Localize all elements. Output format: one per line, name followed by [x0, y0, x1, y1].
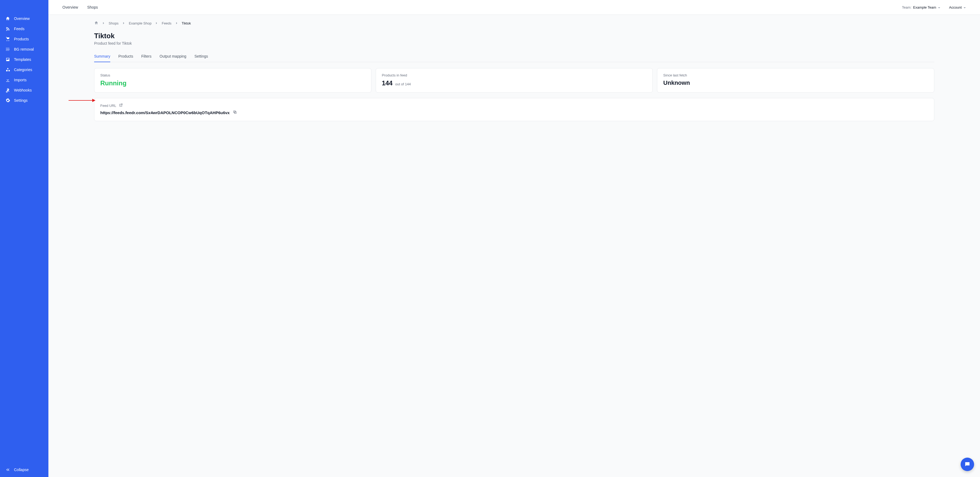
breadcrumb-shops[interactable]: Shops [109, 21, 119, 25]
topbar: Overview Shops Team: Example Team Accoun… [48, 0, 980, 15]
sidebar-item-label: Categories [14, 67, 32, 72]
sidebar-item-label: BG removal [14, 47, 34, 51]
chevron-right-icon [175, 21, 178, 25]
rss-icon [5, 26, 10, 31]
sidebar-nav: Overview Feeds Products BG removal Templ [0, 0, 48, 463]
topbar-link-overview[interactable]: Overview [62, 5, 78, 10]
feed-url-label-row: Feed URL [100, 103, 928, 108]
tabs: Summary Products Filters Output mapping … [94, 52, 934, 62]
card-products: Products in feed 144 out of 144 [376, 68, 653, 93]
sidebar-collapse-label: Collapse [14, 467, 29, 472]
card-products-count: 144 [382, 80, 393, 87]
sidebar-item-label: Templates [14, 57, 31, 62]
sidebar-item-webhooks[interactable]: Webhooks [0, 85, 48, 95]
arrow-annotation [68, 99, 95, 103]
chevron-down-icon [963, 6, 966, 9]
sidebar-item-products[interactable]: Products [0, 34, 48, 44]
topbar-right: Team: Example Team Account [902, 5, 966, 10]
tab-filters[interactable]: Filters [141, 52, 151, 62]
chevron-right-icon [123, 21, 125, 25]
breadcrumbs: Shops Example Shop Feeds Tiktok [94, 21, 934, 26]
sidebar-item-label: Feeds [14, 27, 24, 31]
sidebar-item-label: Overview [14, 16, 30, 21]
sidebar-item-categories[interactable]: Categories [0, 65, 48, 75]
bg-remove-icon [5, 47, 10, 52]
account-label: Account [949, 5, 962, 10]
sidebar-item-bg-removal[interactable]: BG removal [0, 44, 48, 54]
chevron-right-icon [102, 21, 105, 25]
tab-summary[interactable]: Summary [94, 52, 110, 62]
tab-settings[interactable]: Settings [194, 52, 208, 62]
topbar-link-shops[interactable]: Shops [87, 5, 98, 10]
sidebar-item-imports[interactable]: Imports [0, 75, 48, 85]
sidebar-item-label: Imports [14, 78, 27, 82]
card-fetch-label: Since last fetch [663, 73, 928, 77]
feed-url-value: https://feeds.feedr.com/Sx4wrDAPOLNCOP0C… [100, 110, 230, 115]
image-icon [5, 57, 10, 62]
content: Shops Example Shop Feeds Tiktok Tiktok P… [48, 15, 980, 137]
shapes-icon [5, 67, 10, 72]
breadcrumb-feeds[interactable]: Feeds [162, 21, 171, 25]
sidebar-item-settings[interactable]: Settings [0, 95, 48, 105]
account-dropdown[interactable]: Account [949, 5, 966, 10]
webhook-icon [5, 88, 10, 93]
gear-icon [5, 98, 10, 103]
card-feed-url: Feed URL https://feeds.feedr.com/Sx4wrDA… [94, 98, 934, 121]
chevron-down-icon [938, 6, 940, 9]
page-subtitle: Product feed for Tiktok [94, 41, 934, 46]
cart-icon [5, 37, 10, 41]
summary-cards: Status Running Products in feed 144 out … [94, 68, 934, 93]
team-name: Example Team [913, 5, 936, 10]
breadcrumb-current: Tiktok [182, 21, 191, 25]
topbar-left: Overview Shops [62, 5, 98, 10]
sidebar-item-label: Webhooks [14, 88, 32, 93]
card-fetch-value: Unknown [663, 80, 928, 86]
chat-widget[interactable] [961, 458, 974, 471]
sidebar-collapse[interactable]: Collapse [5, 467, 43, 472]
team-dropdown[interactable]: Team: Example Team [902, 5, 940, 10]
tab-products[interactable]: Products [118, 52, 133, 62]
chevron-double-left-icon [5, 467, 10, 472]
sidebar-footer: Collapse [0, 463, 48, 477]
sidebar: Overview Feeds Products BG removal Templ [0, 0, 48, 477]
download-icon [5, 78, 10, 82]
page-title: Tiktok [94, 32, 934, 40]
card-status-value: Running [100, 80, 365, 87]
home-icon [5, 16, 10, 21]
sidebar-item-label: Products [14, 37, 29, 41]
sidebar-item-templates[interactable]: Templates [0, 54, 48, 65]
chevron-right-icon [155, 21, 158, 25]
card-status-label: Status [100, 73, 365, 77]
card-products-sub: out of 144 [395, 82, 411, 86]
sidebar-item-feeds[interactable]: Feeds [0, 24, 48, 34]
main: Overview Shops Team: Example Team Accoun… [48, 0, 980, 477]
external-link-icon[interactable] [119, 103, 123, 108]
card-fetch: Since last fetch Unknown [657, 68, 934, 93]
breadcrumb-example-shop[interactable]: Example Shop [129, 21, 152, 25]
feed-url-label: Feed URL [100, 104, 116, 108]
breadcrumb-home[interactable] [94, 21, 99, 26]
tab-output-mapping[interactable]: Output mapping [159, 52, 186, 62]
card-products-label: Products in feed [382, 73, 647, 77]
team-prefix: Team: [902, 5, 912, 10]
card-status: Status Running [94, 68, 371, 93]
copy-icon[interactable] [233, 110, 237, 115]
feed-url-row: https://feeds.feedr.com/Sx4wrDAPOLNCOP0C… [100, 110, 928, 115]
sidebar-item-label: Settings [14, 98, 28, 102]
sidebar-item-overview[interactable]: Overview [0, 13, 48, 24]
